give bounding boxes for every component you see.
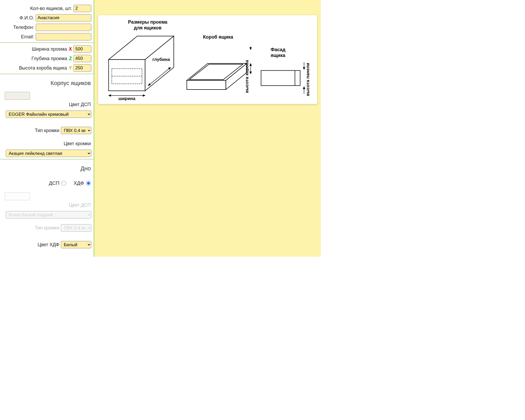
qty-input[interactable] [74,5,91,12]
edge-color-label: Цвет кромки [0,140,93,149]
fio-input[interactable] [36,14,91,22]
radio-dsp-input[interactable] [61,181,66,186]
box-height-caption: высота короба [244,60,249,93]
svg-marker-8 [187,80,226,90]
body-section-title: Корпус ящиков [0,76,93,91]
hdf-color-select[interactable]: Белый [61,241,91,248]
fio-label: Ф.И.О. [19,15,36,21]
height-input[interactable] [74,64,91,72]
width-caption: ширина [118,96,135,101]
dsp-color-swatch [5,92,30,100]
bottom-edge-type-select: ПВХ 0,4 мм [61,224,91,232]
form-panel: Кол-во ящиков, шт. Ф.И.О. Телефон: Email… [0,0,94,257]
diagram-card: Размеры проема для ящиков глубина ширина… [98,15,317,104]
diagram-panel: Размеры проема для ящиков глубина ширина… [94,0,321,257]
width-label: Ширина проема X [32,46,74,52]
bottom-material-radio-group: ДСП ХДФ [0,176,93,191]
svg-rect-13 [261,71,300,86]
drawer-diagram-svg: Размеры проема для ящиков глубина ширина… [101,18,314,101]
dsp-bottom-disabled-group: Цвет ДСП Krono Белый гладкий Тип кромки … [0,192,93,233]
divider [0,159,93,159]
phone-input[interactable] [36,24,91,31]
svg-rect-0 [109,60,145,91]
bottom-dsp-color-select: Krono Белый гладкий [6,211,91,218]
bottom-section-title: Дно [0,161,93,176]
divider [0,43,93,43]
dim-z-icon: Z [69,56,72,61]
depth-label: Глубина проема Z [32,56,74,61]
radio-hdf-input[interactable] [86,181,91,186]
divider [0,74,93,74]
edge-type-select[interactable]: ПВХ 0,4 мм [61,127,91,134]
facade-title1: Фасад [271,47,286,52]
hdf-color-label: Цвет ХДФ [38,242,61,248]
depth-caption: глубина [153,57,170,62]
dsp-color-select[interactable]: EGGER Файнлайн кремовый [6,111,91,118]
depth-input[interactable] [74,55,91,62]
qty-label: Кол-во ящиков, шт. [30,6,74,11]
phone-label: Телефон: [13,25,36,30]
opening-title2: для ящиков [134,25,161,30]
edge-color-select[interactable]: Акация лейкленд светлая [6,150,91,157]
height-label: Высота короба ящика Y [19,65,74,71]
bottom-edge-type-label: Тип кромки [35,225,61,231]
bottom-dsp-swatch [5,192,30,200]
edge-type-label: Тип кромки [35,128,61,133]
radio-hdf[interactable]: ХДФ [74,180,91,186]
box-title: Короб ящика [203,34,233,40]
opening-title1: Размеры проема [128,19,168,25]
facade-title2: ящика [270,53,285,58]
email-input[interactable] [36,33,91,40]
dim-y-icon: Y [69,65,72,71]
panel-height-caption: высота панели [305,63,310,96]
radio-dsp[interactable]: ДСП [49,180,66,186]
dim-x-icon: X [69,46,72,52]
bottom-dsp-color-label: Цвет ДСП [0,202,93,210]
width-input[interactable] [74,45,91,53]
dsp-color-label: Цвет ДСП [0,101,93,109]
email-label: Email: [21,34,36,40]
